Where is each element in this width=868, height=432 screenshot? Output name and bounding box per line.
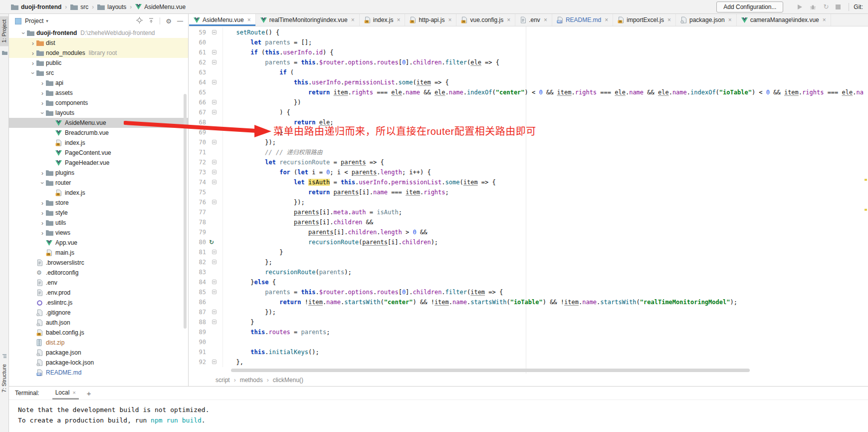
tree-item-dist.zip[interactable]: dist.zip: [9, 338, 188, 348]
line-number[interactable]: 64: [189, 77, 206, 87]
gutter[interactable]: [206, 127, 223, 137]
breadcrumb-item-layouts[interactable]: layouts: [97, 3, 126, 10]
editor-tab-vue.config.js[interactable]: JSvue.config.js×: [456, 14, 515, 26]
line-number[interactable]: 73: [189, 167, 206, 177]
code-text[interactable]: }: [223, 247, 283, 257]
breadcrumb-item-src[interactable]: src: [70, 3, 88, 10]
gutter[interactable]: [206, 47, 223, 57]
fold-marker-icon[interactable]: [212, 280, 217, 284]
breadcrumb-methods[interactable]: methods: [240, 377, 263, 384]
chevron-expanded-icon[interactable]: ›: [20, 29, 27, 36]
gutter[interactable]: [206, 317, 223, 327]
code-text[interactable]: return parents[i].name === item.rights;: [223, 187, 449, 197]
gutter[interactable]: [206, 287, 223, 297]
line-number[interactable]: 83: [189, 267, 206, 277]
tree-item-plugins[interactable]: ›plugins: [9, 168, 188, 178]
fold-marker-icon[interactable]: [212, 60, 217, 64]
chevron-collapsed-icon[interactable]: ›: [29, 40, 36, 46]
gutter[interactable]: [206, 197, 223, 207]
git-label[interactable]: Git:: [854, 3, 863, 10]
horizontal-scrollbar[interactable]: [231, 369, 750, 372]
tree-item-src[interactable]: ›src: [9, 68, 188, 78]
chevron-expanded-icon[interactable]: ›: [39, 109, 46, 116]
gutter[interactable]: [206, 77, 223, 87]
code-text[interactable]: this.userInfo.permissionList.some(item =…: [223, 77, 449, 87]
fold-marker-icon[interactable]: [212, 30, 217, 34]
tree-item-duoji-frontend[interactable]: ›duoji-frontendD:\zheheWeb\duoji-fronten…: [9, 28, 188, 38]
line-number[interactable]: 62: [189, 57, 206, 67]
chevron-expanded-icon[interactable]: ›: [30, 69, 36, 76]
recursive-call-icon[interactable]: ↻: [209, 238, 214, 247]
project-scrollbar[interactable]: [184, 94, 187, 329]
code-text[interactable]: parents[i].children.length > 0 &&: [223, 227, 427, 237]
tree-item-PageContent.vue[interactable]: PageContent.vue: [9, 148, 188, 158]
editor-tab-README.md[interactable]: MDREADME.md×: [552, 14, 613, 26]
debug-icon[interactable]: [810, 4, 816, 10]
tree-item-index.js[interactable]: JSindex.js: [9, 188, 188, 198]
breadcrumb-item-AsideMenu.vue[interactable]: AsideMenu.vue: [135, 3, 186, 10]
fold-marker-icon[interactable]: [212, 200, 217, 204]
line-number[interactable]: 88: [189, 317, 206, 327]
gutter[interactable]: [206, 87, 223, 97]
gutter[interactable]: [206, 187, 223, 197]
fold-marker-icon[interactable]: [212, 360, 217, 364]
gutter[interactable]: [206, 177, 223, 187]
line-number[interactable]: 76: [189, 197, 206, 207]
add-configuration-button[interactable]: Add Configuration...: [716, 1, 783, 12]
tree-item-main.js[interactable]: JSmain.js: [9, 248, 188, 258]
code-text[interactable]: parents = this.$router.options.routes[0]…: [223, 287, 503, 297]
chevron-collapsed-icon[interactable]: ›: [39, 170, 46, 176]
line-number[interactable]: 78: [189, 217, 206, 227]
code-text[interactable]: if (: [223, 67, 294, 77]
project-panel-title[interactable]: Project: [25, 17, 43, 24]
tree-item-utils[interactable]: ›utils: [9, 218, 188, 228]
code-text[interactable]: let isAuth = this.userInfo.permissionLis…: [223, 177, 496, 187]
tree-item-auth.json[interactable]: auth.json: [9, 318, 188, 328]
code-text[interactable]: parents = this.$router.options.routes[0]…: [223, 57, 499, 67]
line-number[interactable]: 92: [189, 357, 206, 367]
fold-marker-icon[interactable]: [212, 310, 217, 314]
code-text[interactable]: recursionRoute(parents);: [223, 267, 352, 277]
tree-item-AsideMenu.vue[interactable]: AsideMenu.vue: [9, 118, 188, 128]
line-number[interactable]: 90: [189, 337, 206, 347]
fold-marker-icon[interactable]: [212, 180, 217, 184]
editor-tab-importExcel.js[interactable]: JSimportExcel.js×: [613, 14, 676, 26]
tree-item-.editorconfig[interactable]: ⚙.editorconfig: [9, 268, 188, 278]
line-number[interactable]: 87: [189, 307, 206, 317]
line-number[interactable]: 60: [189, 37, 206, 47]
chevron-expanded-icon[interactable]: ›: [39, 179, 46, 186]
gutter[interactable]: [206, 357, 223, 367]
line-number[interactable]: 91: [189, 347, 206, 357]
fold-marker-icon[interactable]: [212, 160, 217, 164]
line-number[interactable]: 85: [189, 287, 206, 297]
chevron-collapsed-icon[interactable]: ›: [39, 90, 46, 96]
code-text[interactable]: }else {: [223, 277, 276, 287]
code-text[interactable]: });: [223, 307, 276, 317]
close-icon[interactable]: ×: [544, 16, 547, 23]
line-number[interactable]: 84: [189, 277, 206, 287]
tree-item-router[interactable]: ›router: [9, 178, 188, 188]
tree-item-Breadcrumb.vue[interactable]: Breadcrumb.vue: [9, 128, 188, 138]
fold-marker-icon[interactable]: [212, 80, 217, 84]
gutter[interactable]: [206, 297, 223, 307]
tree-item-package-lock.json[interactable]: package-lock.json: [9, 358, 188, 368]
tool-window-project-tab[interactable]: 1: Project: [0, 16, 9, 46]
editor-tab-cameraManage\index.vue[interactable]: cameraManage\index.vue×: [737, 14, 831, 26]
line-number[interactable]: 75: [189, 187, 206, 197]
gutter[interactable]: [206, 107, 223, 117]
code-text[interactable]: // // 递归权限路由: [223, 147, 323, 157]
editor-tab-.env[interactable]: .env×: [515, 14, 552, 26]
code-editor[interactable]: 59 setRoute() {60 let parents = [];61 if…: [189, 26, 868, 367]
terminal-output[interactable]: Note that the development build is not o…: [9, 400, 868, 426]
tree-item-dist[interactable]: ›dist: [9, 38, 188, 48]
code-text[interactable]: for (let i = 0; i < parents.length; i++)…: [223, 167, 431, 177]
breadcrumb-script[interactable]: script: [216, 377, 230, 384]
line-number[interactable]: 82: [189, 257, 206, 267]
code-text[interactable]: this.routes = parents;: [223, 327, 330, 337]
editor-tab-AsideMenu.vue[interactable]: AsideMenu.vue×: [189, 14, 256, 26]
gutter[interactable]: ↻: [206, 237, 223, 247]
gutter[interactable]: [206, 137, 223, 147]
line-number[interactable]: 77: [189, 207, 206, 217]
editor-tab-package.json[interactable]: package.json×: [676, 14, 737, 26]
gutter[interactable]: [206, 267, 223, 277]
